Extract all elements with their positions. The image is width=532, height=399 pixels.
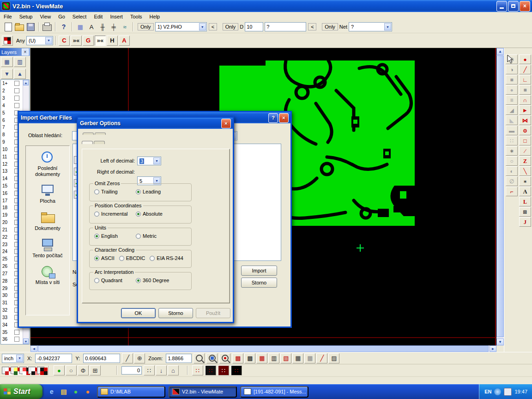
menu-item[interactable]: Go <box>54 13 69 20</box>
filled-rect-tool-icon[interactable]: ■ <box>519 85 531 95</box>
zoom-button[interactable] <box>193 353 205 363</box>
tab-rs274x-options[interactable] <box>83 133 94 135</box>
checker-icon[interactable]: ▨ <box>328 353 339 363</box>
browser-icon[interactable]: ● <box>83 387 92 396</box>
only-net-toggle[interactable]: Only <box>322 23 338 30</box>
measure-icon[interactable]: ╱ <box>122 353 133 363</box>
save-file-button[interactable] <box>25 22 36 32</box>
start-button[interactable]: Start <box>0 384 42 399</box>
place-documents[interactable]: Dokumenty <box>27 211 68 231</box>
left-of-decimal-select[interactable]: 3 <box>137 157 161 165</box>
corner-icon[interactable]: ⌐ <box>506 187 518 196</box>
layer-color-chip[interactable] <box>19 367 27 374</box>
previous-dcode-button[interactable]: < <box>308 23 316 30</box>
restore-button[interactable] <box>508 1 519 12</box>
horizontal-scroll-thumb[interactable] <box>38 345 489 352</box>
layer-color-chip[interactable] <box>2 367 9 374</box>
segment-icon[interactable]: ∕ <box>519 146 531 156</box>
menu-item[interactable]: Tools <box>127 13 146 20</box>
mail-icon[interactable]: ⊠ <box>519 207 531 217</box>
language-indicator[interactable]: EN <box>484 389 491 394</box>
dots-white-icon[interactable]: ∷ <box>192 365 203 375</box>
snap-dot-icon[interactable]: ● <box>54 365 65 375</box>
ruler-horizontal-icon[interactable]: ╪ <box>108 22 119 32</box>
bar-icon[interactable]: ▬ <box>506 126 518 135</box>
arc-tool-icon[interactable]: ∩ <box>519 95 531 105</box>
text-cursor-icon[interactable]: A <box>86 22 97 32</box>
clock[interactable]: 19:47 <box>514 389 527 394</box>
line-tool-icon[interactable]: ╱ <box>519 65 531 74</box>
zoom-point-button[interactable] <box>219 353 230 363</box>
dialog-title-bar[interactable]: Gerber Options × <box>78 118 233 129</box>
chevron-down-icon[interactable] <box>16 355 23 362</box>
select-text-icon[interactable]: A <box>119 36 130 46</box>
layer-color-swatch[interactable] <box>14 103 19 108</box>
internet-explorer-icon[interactable]: e <box>47 387 56 396</box>
sphere-icon[interactable]: ● <box>506 85 518 95</box>
tab-file-interpretation[interactable] <box>94 141 105 144</box>
backslash-icon[interactable]: ╲ <box>519 166 531 176</box>
dcode-filter-input[interactable]: ? <box>265 22 306 31</box>
asterisk-icon[interactable]: ∗ <box>519 176 531 186</box>
layers-panel-header[interactable]: Layers × <box>0 48 30 56</box>
dots-black-icon[interactable]: ∷ <box>205 365 216 375</box>
radio-option[interactable]: EBCDIC <box>119 255 145 261</box>
layer-color-chip[interactable] <box>28 367 36 374</box>
target-circle-icon[interactable]: ⊙ <box>519 126 531 135</box>
chevron-down-icon[interactable] <box>384 23 391 30</box>
layer-color-chip[interactable] <box>37 367 44 374</box>
close-icon[interactable]: × <box>22 48 29 55</box>
diameter-icon[interactable]: Φ <box>78 365 89 375</box>
chevron-down-icon[interactable] <box>45 37 52 44</box>
highlight-selection-icon[interactable]: H <box>107 36 118 46</box>
letter-a-icon[interactable]: A <box>519 187 531 196</box>
radio-option[interactable]: Trailing <box>94 189 136 194</box>
dots-dark-icon[interactable]: ∷ <box>218 365 229 375</box>
vertical-scrollbar[interactable]: ▲ ▼ <box>496 48 504 345</box>
tab-auto-features[interactable] <box>95 133 106 135</box>
radio-option[interactable]: ASCII <box>94 255 115 261</box>
print-button[interactable] <box>42 22 53 32</box>
layer-row[interactable]: 3 <box>1 95 23 102</box>
task-viewmate[interactable]: V2.bin - ViewMate <box>169 386 237 398</box>
arrow-tool-icon[interactable]: ► <box>519 105 531 115</box>
scroll-down-icon[interactable]: ▼ <box>23 339 29 344</box>
layer-row[interactable]: 4 <box>1 102 23 109</box>
contrast-icon[interactable]: ◑ <box>506 65 518 74</box>
radio-option[interactable]: Absolute <box>136 211 177 217</box>
network-status-icon[interactable] <box>494 388 501 395</box>
layer-row[interactable]: 36 <box>1 336 23 343</box>
place-desktop[interactable]: Plocha <box>27 183 68 204</box>
zoom-window-button[interactable] <box>206 353 218 363</box>
layer-table-button[interactable]: ▦ <box>1 57 13 67</box>
task-mlab[interactable]: D:\MLAB <box>97 386 165 398</box>
layer-color-swatch[interactable] <box>14 81 19 86</box>
task-message[interactable]: [191-482-091] - Mess... <box>240 386 308 398</box>
layer-color-swatch[interactable] <box>14 88 19 93</box>
filled-square-icon[interactable]: ■ <box>506 75 518 85</box>
close-button[interactable]: × <box>221 119 231 128</box>
grid-major-icon[interactable]: ▦ <box>292 353 303 363</box>
menu-item[interactable]: Edit <box>90 13 106 20</box>
grid-stamp-icon[interactable]: ▦ <box>75 22 86 32</box>
dots-mixed-icon[interactable]: ∷ <box>231 365 242 375</box>
radio-option[interactable]: 360 Degree <box>136 278 177 283</box>
clear-selection-icon[interactable]: C <box>59 36 70 46</box>
polyline-tool-icon[interactable]: ∟ <box>519 75 531 85</box>
menu-item[interactable]: Select <box>69 13 91 20</box>
place-recent-documents[interactable]: Poslední dokumenty <box>27 151 68 177</box>
letter-l-icon[interactable]: L <box>519 197 531 206</box>
group-selection-icon[interactable]: G <box>83 36 94 46</box>
dot-grid-icon[interactable]: ∷ <box>506 136 518 145</box>
place-my-computer[interactable]: Tento počítač <box>27 238 68 259</box>
move-layer-down-button[interactable]: ▼ <box>1 69 13 79</box>
scroll-left-icon[interactable]: ◄ <box>30 345 37 352</box>
menu-item[interactable]: File <box>0 13 16 20</box>
shrink-selection-icon[interactable]: »« <box>71 36 82 46</box>
grid-table-icon[interactable]: ⊞ <box>90 365 101 375</box>
apply-button[interactable]: Použít <box>196 308 230 318</box>
fill-pattern-3-icon[interactable]: ▦ <box>256 353 267 363</box>
only-dcode-toggle[interactable]: Only <box>223 23 239 30</box>
minimize-button[interactable] <box>496 1 507 12</box>
messenger-icon[interactable]: ● <box>71 387 80 396</box>
